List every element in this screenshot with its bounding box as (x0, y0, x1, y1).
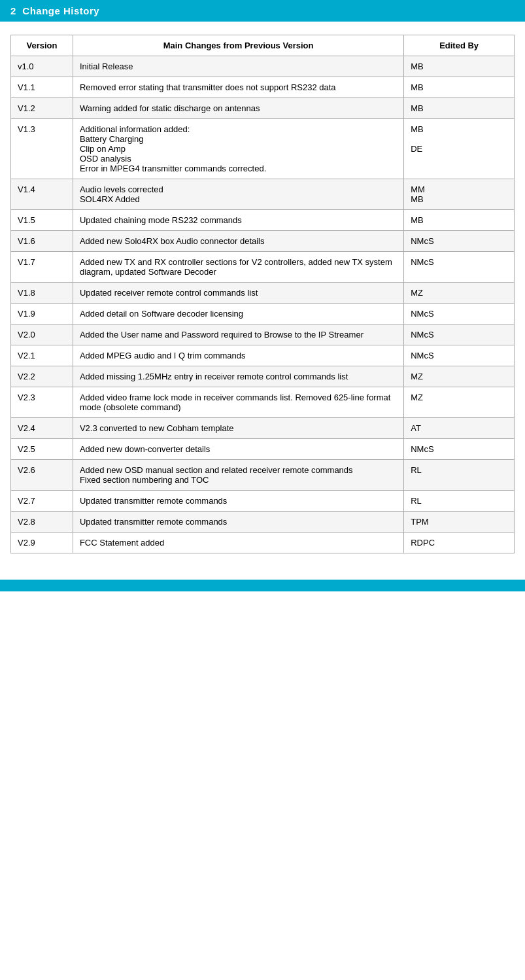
cell-changes: Added new OSD manual section and related… (73, 460, 403, 491)
section-number: 2 (10, 5, 16, 16)
cell-changes: Audio levels correctedSOL4RX Added (73, 179, 403, 210)
cell-editor: NMcS (404, 252, 515, 283)
cell-editor: MMMB (404, 179, 515, 210)
table-row: V2.9FCC Statement addedRDPC (11, 533, 515, 553)
cell-version: V2.0 (11, 324, 73, 345)
cell-changes: Added video frame lock mode in receiver … (73, 387, 403, 418)
cell-version: V2.4 (11, 418, 73, 439)
table-row: V1.9Added detail on Software decoder lic… (11, 304, 515, 324)
cell-version: V1.8 (11, 283, 73, 304)
cell-editor: MB (404, 77, 515, 98)
cell-changes: Added new TX and RX controller sections … (73, 252, 403, 283)
cell-version: V2.3 (11, 387, 73, 418)
cell-changes: Updated transmitter remote commands (73, 512, 403, 533)
cell-changes: Added new Solo4RX box Audio connector de… (73, 231, 403, 252)
col-header-changes: Main Changes from Previous Version (73, 35, 403, 56)
cell-version: V2.8 (11, 512, 73, 533)
table-row: V1.6Added new Solo4RX box Audio connecto… (11, 231, 515, 252)
table-row: V2.3Added video frame lock mode in recei… (11, 387, 515, 418)
cell-editor: MBDE (404, 119, 515, 179)
cell-editor: MB (404, 98, 515, 119)
cell-changes: Added the User name and Password require… (73, 324, 403, 345)
col-header-version: Version (11, 35, 73, 56)
cell-editor: MZ (404, 366, 515, 387)
table-row: V2.5Added new down-converter detailsNMcS (11, 439, 515, 460)
page-header: 2 Change History (0, 0, 525, 22)
cell-version: V1.6 (11, 231, 73, 252)
cell-changes: Removed error stating that transmitter d… (73, 77, 403, 98)
cell-changes: Added MPEG audio and I Q trim commands (73, 345, 403, 366)
cell-editor: TPM (404, 512, 515, 533)
cell-changes: Added detail on Software decoder licensi… (73, 304, 403, 324)
page-footer (0, 580, 525, 591)
cell-version: V1.2 (11, 98, 73, 119)
cell-version: V1.7 (11, 252, 73, 283)
cell-version: V2.9 (11, 533, 73, 553)
cell-version: V1.5 (11, 210, 73, 231)
cell-changes: FCC Statement added (73, 533, 403, 553)
table-row: V1.1Removed error stating that transmitt… (11, 77, 515, 98)
cell-editor: NMcS (404, 324, 515, 345)
cell-editor: NMcS (404, 231, 515, 252)
table-row: v1.0Initial ReleaseMB (11, 56, 515, 77)
cell-changes: Warning added for static discharge on an… (73, 98, 403, 119)
table-row: V1.2Warning added for static discharge o… (11, 98, 515, 119)
cell-changes: Additional information added:Battery Cha… (73, 119, 403, 179)
table-row: V2.1Added MPEG audio and I Q trim comman… (11, 345, 515, 366)
cell-changes: Updated chaining mode RS232 commands (73, 210, 403, 231)
change-history-table: Version Main Changes from Previous Versi… (10, 35, 515, 553)
table-row: V2.4V2.3 converted to new Cobham templat… (11, 418, 515, 439)
cell-version: V2.6 (11, 460, 73, 491)
cell-changes: Added missing 1.25MHz entry in receiver … (73, 366, 403, 387)
cell-version: V1.4 (11, 179, 73, 210)
table-row: V1.8Updated receiver remote control comm… (11, 283, 515, 304)
table-row: V2.0Added the User name and Password req… (11, 324, 515, 345)
cell-changes: Updated receiver remote control commands… (73, 283, 403, 304)
col-header-editor: Edited By (404, 35, 515, 56)
table-row: V1.5Updated chaining mode RS232 commands… (11, 210, 515, 231)
table-row: V2.6Added new OSD manual section and rel… (11, 460, 515, 491)
cell-version: V2.5 (11, 439, 73, 460)
section-title: Change History (22, 5, 99, 16)
cell-version: V2.1 (11, 345, 73, 366)
cell-editor: MZ (404, 387, 515, 418)
table-header-row: Version Main Changes from Previous Versi… (11, 35, 515, 56)
table-row: V2.8Updated transmitter remote commandsT… (11, 512, 515, 533)
table-row: V2.2Added missing 1.25MHz entry in recei… (11, 366, 515, 387)
cell-version: V1.1 (11, 77, 73, 98)
table-row: V1.7Added new TX and RX controller secti… (11, 252, 515, 283)
table-row: V2.7Updated transmitter remote commandsR… (11, 491, 515, 512)
cell-editor: MB (404, 210, 515, 231)
cell-changes: Updated transmitter remote commands (73, 491, 403, 512)
cell-editor: NMcS (404, 345, 515, 366)
cell-version: V2.2 (11, 366, 73, 387)
cell-changes: Initial Release (73, 56, 403, 77)
cell-changes: V2.3 converted to new Cobham template (73, 418, 403, 439)
cell-version: v1.0 (11, 56, 73, 77)
table-row: V1.4Audio levels correctedSOL4RX AddedMM… (11, 179, 515, 210)
cell-editor: RL (404, 491, 515, 512)
cell-version: V1.3 (11, 119, 73, 179)
cell-version: V1.9 (11, 304, 73, 324)
cell-editor: MB (404, 56, 515, 77)
table-row: V1.3Additional information added:Battery… (11, 119, 515, 179)
content-area: Version Main Changes from Previous Versi… (0, 22, 525, 573)
cell-changes: Added new down-converter details (73, 439, 403, 460)
cell-editor: RL (404, 460, 515, 491)
cell-editor: AT (404, 418, 515, 439)
cell-version: V2.7 (11, 491, 73, 512)
cell-editor: NMcS (404, 304, 515, 324)
cell-editor: NMcS (404, 439, 515, 460)
cell-editor: MZ (404, 283, 515, 304)
cell-editor: RDPC (404, 533, 515, 553)
